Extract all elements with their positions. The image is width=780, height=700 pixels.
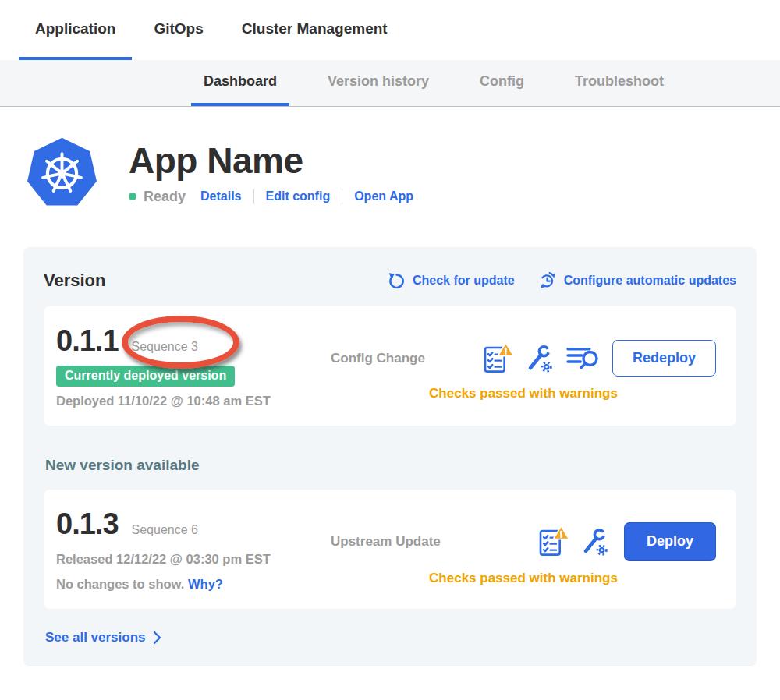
page-title: App Name — [129, 140, 413, 182]
secondary-nav: Dashboard Version history Config Trouble… — [0, 60, 780, 107]
tab-dashboard[interactable]: Dashboard — [191, 60, 289, 106]
kubernetes-logo-icon — [26, 136, 98, 208]
deploy-button[interactable]: Deploy — [624, 522, 716, 561]
version-panel: Version Check for update — [23, 247, 757, 666]
divider — [342, 189, 342, 204]
tab-cluster-management[interactable]: Cluster Management — [225, 0, 404, 60]
open-app-link[interactable]: Open App — [354, 189, 413, 203]
deployed-timestamp: Deployed 11/10/22 @ 10:48 am EST — [56, 394, 331, 408]
why-link[interactable]: Why? — [188, 577, 223, 591]
available-sequence-label: Sequence 6 — [132, 523, 198, 537]
view-diff-icon[interactable] — [566, 345, 599, 373]
tab-application[interactable]: Application — [19, 0, 132, 60]
new-version-heading: New version available — [45, 457, 736, 474]
preflight-checks-warning-icon[interactable] — [482, 343, 513, 374]
deployed-source-label: Config Change — [331, 351, 425, 366]
tab-version-history[interactable]: Version history — [315, 60, 441, 106]
available-version-number: 0.1.3 — [56, 507, 119, 541]
status-dot-icon — [129, 193, 136, 200]
available-version-card: 0.1.3 Sequence 6 Released 12/12/22 @ 03:… — [44, 490, 736, 609]
available-source-label: Upstream Update — [331, 534, 441, 550]
preflight-checks-warning-icon[interactable] — [537, 526, 569, 557]
redeploy-button[interactable]: Redeploy — [612, 340, 716, 377]
config-wrench-icon[interactable] — [524, 343, 555, 374]
tab-gitops[interactable]: GitOps — [137, 0, 219, 60]
see-all-versions-link[interactable]: See all versions — [45, 630, 161, 645]
primary-nav: Application GitOps Cluster Management — [0, 0, 780, 60]
released-timestamp: Released 12/12/22 @ 03:30 pm EST — [56, 552, 331, 567]
version-panel-title: Version — [44, 270, 105, 291]
tab-config[interactable]: Config — [467, 60, 537, 106]
deployed-version-card: 0.1.1 Sequence 3 Currently deployed vers… — [44, 306, 736, 426]
check-for-update-link[interactable]: Check for update — [388, 272, 515, 290]
deployed-sequence-label: Sequence 3 — [132, 340, 198, 354]
no-changes-text: No changes to show. — [56, 577, 184, 591]
configure-automatic-updates-link[interactable]: Configure automatic updates — [538, 271, 736, 290]
app-header: App Name Ready Details Edit config Open … — [0, 107, 780, 208]
currently-deployed-badge: Currently deployed version — [56, 366, 235, 387]
details-link[interactable]: Details — [200, 189, 241, 203]
config-wrench-icon[interactable] — [580, 526, 611, 557]
available-checks-status: Checks passed with warnings — [331, 571, 716, 586]
divider — [254, 189, 254, 204]
deployed-checks-status: Checks passed with warnings — [331, 386, 716, 401]
tab-troubleshoot[interactable]: Troubleshoot — [562, 60, 676, 106]
refresh-icon — [388, 272, 406, 290]
clock-auto-update-icon — [538, 271, 557, 290]
status-badge: Ready — [144, 189, 186, 205]
edit-config-link[interactable]: Edit config — [266, 189, 331, 203]
chevron-right-icon — [153, 631, 161, 645]
deployed-version-number: 0.1.1 — [56, 324, 119, 358]
